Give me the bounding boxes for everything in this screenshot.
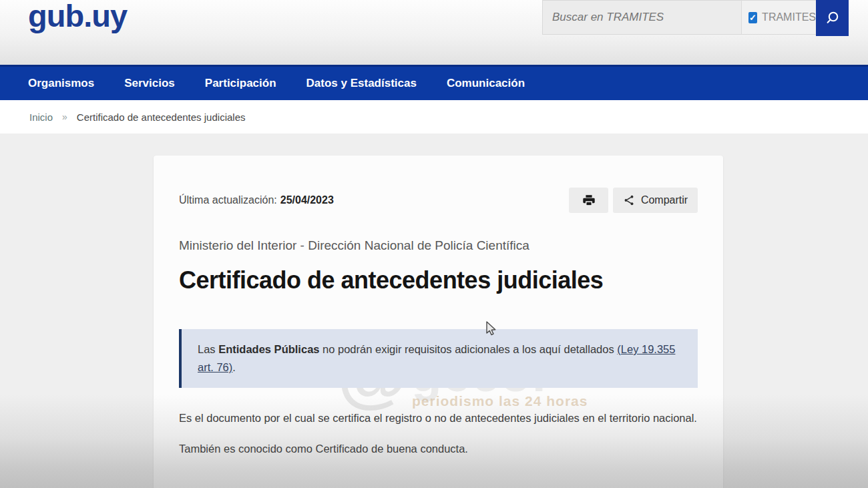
search-input[interactable] <box>543 1 741 34</box>
main-content: Última actualización:25/04/2023 <box>0 134 868 488</box>
nav-item-participacion[interactable]: Participación <box>205 77 276 90</box>
ministry-subtitle: Ministerio del Interior - Dirección Naci… <box>179 238 698 253</box>
nav-item-comunicacion[interactable]: Comunicación <box>447 77 525 90</box>
nav-item-datos-y-estadisticas[interactable]: Datos y Estadísticas <box>306 77 417 90</box>
description-paragraph-2: También es conocido como Certificado de … <box>179 441 698 457</box>
notice-text-middle: no podrán exigir requisitos adicionales … <box>319 343 617 355</box>
site-header: gub.uy ✓ TRAMITES <box>0 0 868 65</box>
description-paragraph-1: Es el documento por el cual se certifica… <box>179 410 698 426</box>
notice-text-bold: Entidades Públicas <box>218 343 319 355</box>
article-card: Última actualización:25/04/2023 <box>154 156 723 488</box>
gub-uy-logo[interactable]: gub.uy <box>28 0 127 37</box>
search-icon <box>825 10 841 26</box>
tramites-checkbox-label[interactable]: TRAMITES <box>762 11 816 23</box>
share-button-label: Compartir <box>641 194 688 206</box>
share-button[interactable]: Compartir <box>613 188 698 213</box>
printer-icon <box>582 193 596 208</box>
page: gub.uy ✓ TRAMITES Organismos Servicios <box>0 0 868 488</box>
last-update-label: Última actualización: <box>179 194 277 206</box>
notice-text-prefix: Las <box>198 343 218 355</box>
article-actions: Compartir <box>569 188 698 213</box>
nav-item-servicios[interactable]: Servicios <box>124 77 175 90</box>
breadcrumb-separator: » <box>62 111 67 122</box>
nav-item-organismos[interactable]: Organismos <box>28 77 94 90</box>
search-button[interactable] <box>816 0 849 36</box>
search-bar: ✓ TRAMITES <box>542 0 849 36</box>
tramites-filter: ✓ TRAMITES <box>741 0 816 35</box>
last-update: Última actualización:25/04/2023 <box>179 194 334 206</box>
last-update-date: 25/04/2023 <box>280 194 334 206</box>
legal-notice-box: Las Entidades Públicas no podrán exigir … <box>179 329 698 388</box>
article-meta-row: Última actualización:25/04/2023 <box>179 188 698 213</box>
print-button[interactable] <box>569 188 608 213</box>
page-title: Certificado de antecedentes judiciales <box>179 265 698 296</box>
main-nav: Organismos Servicios Participación Datos… <box>0 65 868 100</box>
breadcrumb-home-link[interactable]: Inicio <box>29 111 53 123</box>
breadcrumb-current: Certificado de antecedentes judiciales <box>77 111 246 123</box>
share-icon <box>623 194 635 206</box>
search-input-wrap <box>542 0 741 35</box>
breadcrumb: Inicio » Certificado de antecedentes jud… <box>0 100 868 134</box>
tramites-checkbox[interactable]: ✓ <box>748 12 757 23</box>
notice-text-suffix: . <box>232 361 236 373</box>
